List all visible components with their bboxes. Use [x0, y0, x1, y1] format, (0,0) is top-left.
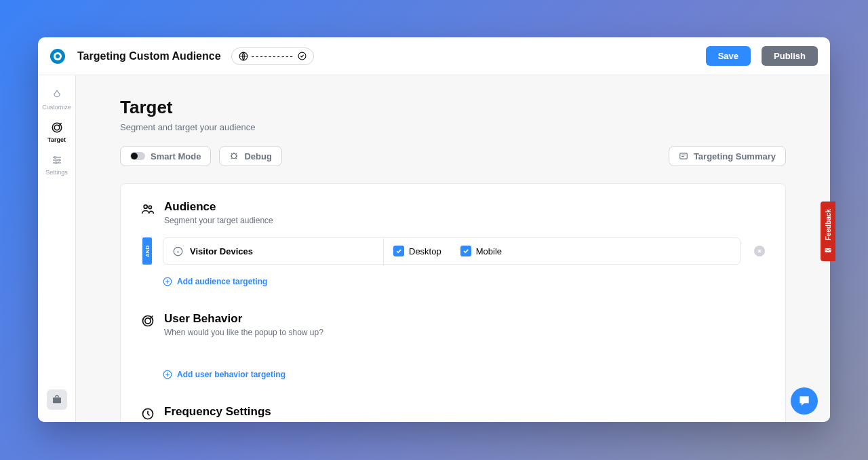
plus-circle-icon	[163, 277, 172, 286]
page-title: Targeting Custom Audience	[77, 50, 221, 62]
checkbox-desktop[interactable]: Desktop	[393, 246, 441, 256]
svg-point-1	[298, 52, 306, 60]
svg-point-10	[144, 205, 147, 208]
top-bar: Targeting Custom Audience ---------- Sav…	[38, 37, 830, 75]
status-pill[interactable]: ----------	[231, 47, 314, 65]
content-title: Target	[120, 97, 786, 118]
toggle-icon	[130, 152, 145, 160]
svg-point-11	[149, 206, 151, 208]
sidebar-item-settings[interactable]: Settings	[38, 147, 75, 180]
targeting-summary-button[interactable]: Targeting Summary	[669, 146, 786, 166]
inbox-icon	[824, 246, 832, 254]
chat-widget[interactable]	[791, 387, 818, 415]
frequency-icon	[141, 407, 155, 421]
droplet-icon	[51, 89, 63, 101]
publish-button[interactable]: Publish	[762, 46, 818, 66]
chat-icon	[797, 394, 811, 408]
globe-icon	[239, 52, 248, 61]
check-circle-icon	[298, 52, 307, 60]
main-content: Target Segment and target your audience …	[76, 75, 830, 422]
info-icon	[173, 246, 183, 256]
svg-point-6	[55, 162, 57, 164]
svg-point-4	[54, 157, 56, 159]
user-behavior-title: User Behavior	[164, 312, 323, 326]
frequency-title: Frequency Settings	[164, 405, 271, 419]
check-icon	[393, 246, 404, 256]
plus-circle-icon	[163, 370, 172, 379]
audience-title: Audience	[164, 200, 273, 214]
check-icon	[460, 246, 471, 256]
audience-subtitle: Segment your target audience	[164, 216, 273, 225]
sidebar-footer-button[interactable]	[47, 389, 67, 410]
app-logo[interactable]	[50, 49, 65, 64]
bug-icon	[229, 151, 239, 161]
remove-rule-button[interactable]	[754, 246, 765, 256]
left-sidebar: Customize Target Settings	[38, 75, 76, 422]
smart-mode-toggle[interactable]: Smart Mode	[120, 146, 211, 166]
save-button[interactable]: Save	[706, 46, 751, 66]
summary-icon	[679, 151, 688, 161]
feedback-tab[interactable]: Feedback	[821, 202, 835, 261]
sliders-icon	[51, 154, 63, 166]
content-subtitle: Segment and target your audience	[120, 122, 786, 132]
svg-rect-7	[53, 398, 61, 404]
briefcase-icon	[52, 394, 62, 405]
target-icon	[51, 121, 63, 134]
rule-label[interactable]: Visitor Devices	[163, 238, 384, 264]
and-badge: AND	[142, 237, 152, 265]
checkbox-mobile[interactable]: Mobile	[460, 246, 502, 256]
svg-point-5	[58, 159, 60, 161]
audience-icon	[141, 202, 155, 216]
sidebar-item-target[interactable]: Target	[38, 115, 75, 147]
user-behavior-icon	[141, 314, 155, 328]
debug-button[interactable]: Debug	[219, 146, 281, 166]
sidebar-item-customize[interactable]: Customize	[38, 82, 75, 115]
add-user-behavior-targeting[interactable]: Add user behavior targeting	[163, 370, 765, 379]
add-audience-targeting[interactable]: Add audience targeting	[163, 277, 765, 286]
rule-visitor-devices: Visitor Devices Desktop Mobile	[163, 237, 741, 265]
user-behavior-subtitle: When would you like the popup to show up…	[164, 328, 323, 337]
